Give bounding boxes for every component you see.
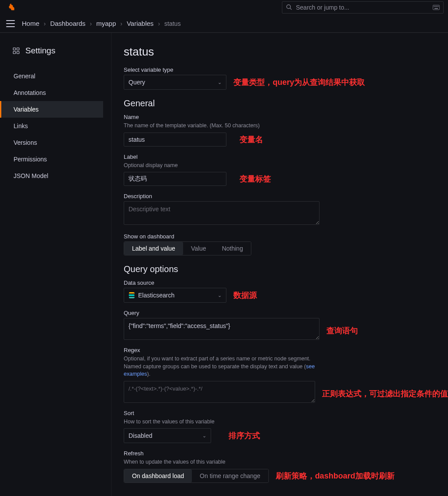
label-variable-type: Select variable type [124, 66, 448, 73]
chevron-right-icon: › [120, 20, 122, 27]
annotation: 变量名 [240, 134, 263, 145]
svg-point-0 [287, 5, 291, 9]
page-title: status [124, 45, 448, 59]
crumb-app[interactable]: myapp [96, 20, 116, 27]
refresh-opt-timerange[interactable]: On time range change [192, 469, 268, 482]
annotation: 查询语句 [326, 325, 358, 336]
svg-rect-2 [433, 5, 439, 9]
sidebar-title: Settings [25, 46, 56, 56]
hint-name: The name of the template variable. (Max.… [124, 122, 448, 130]
annotation: 变量标签 [240, 174, 271, 184]
label-refresh: Refresh [124, 450, 448, 457]
sidebar-item-permissions[interactable]: Permissions [0, 151, 103, 168]
data-source-value: Elasticsearch [138, 292, 174, 299]
keyboard-icon [433, 5, 440, 10]
chevron-down-icon: ⌄ [202, 433, 206, 439]
sort-select[interactable]: Disabled ⌄ [124, 428, 211, 443]
breadcrumb: Home › Dashboards › myapp › Variables › … [22, 20, 181, 27]
menu-toggle[interactable] [5, 18, 16, 29]
svg-rect-4 [435, 6, 436, 7]
sidebar-item-json-model[interactable]: JSON Model [0, 168, 103, 184]
chevron-down-icon: ⌄ [218, 80, 222, 85]
search-icon [286, 4, 292, 10]
label-label: Label [124, 154, 448, 160]
chevron-right-icon: › [90, 20, 92, 27]
label-data-source: Data source [124, 279, 448, 286]
svg-rect-10 [17, 48, 19, 50]
svg-rect-8 [434, 8, 438, 9]
chevron-right-icon: › [158, 20, 160, 27]
data-source-select[interactable]: Elasticsearch ⌄ [124, 288, 226, 303]
sidebar-item-general[interactable]: General [0, 68, 103, 84]
hint-regex: Optional, if you want to extract part of… [124, 355, 320, 378]
search-bar[interactable] [282, 1, 444, 14]
show-opt-value[interactable]: Value [183, 242, 214, 255]
svg-line-1 [290, 8, 292, 10]
show-opt-label-and-value[interactable]: Label and value [124, 242, 183, 255]
svg-rect-12 [17, 52, 19, 54]
annotation: 数据源 [233, 290, 257, 300]
label-input[interactable] [124, 172, 226, 186]
label-regex: Regex [124, 347, 448, 353]
chevron-right-icon: › [44, 20, 46, 27]
crumb-home[interactable]: Home [22, 20, 39, 27]
crumb-variables[interactable]: Variables [127, 20, 153, 27]
annotation: 刷新策略，dashboard加载时刷新 [276, 471, 395, 481]
refresh-seg: On dashboard load On time range change [124, 469, 269, 483]
crumb-current: status [164, 20, 181, 27]
label-show-on-dashboard: Show on dashboard [124, 233, 448, 240]
svg-rect-9 [13, 48, 15, 50]
crumb-dashboards[interactable]: Dashboards [50, 20, 86, 27]
variable-type-select[interactable]: Query ⌄ [124, 75, 226, 90]
refresh-opt-onload[interactable]: On dashboard load [124, 469, 192, 482]
svg-rect-11 [13, 52, 15, 54]
dashboard-grid-icon [12, 47, 20, 55]
section-general: General [124, 98, 448, 108]
annotation: 排序方式 [229, 430, 260, 441]
label-name: Name [124, 114, 448, 120]
variable-type-value: Query [128, 79, 145, 86]
chevron-down-icon: ⌄ [218, 293, 222, 298]
label-description: Description [124, 193, 448, 199]
query-textarea[interactable] [124, 318, 320, 340]
search-input[interactable] [296, 4, 429, 11]
svg-rect-7 [438, 6, 439, 7]
sidebar-item-links[interactable]: Links [0, 118, 103, 134]
show-on-dashboard-seg: Label and value Value Nothing [124, 241, 251, 255]
grafana-logo[interactable] [4, 1, 17, 14]
label-query: Query [124, 310, 448, 316]
name-input[interactable] [124, 133, 226, 147]
hint-sort: How to sort the values of this variable [124, 418, 448, 426]
sort-value: Disabled [128, 432, 152, 439]
hint-refresh: When to update the values of this variab… [124, 458, 448, 466]
svg-rect-3 [434, 6, 434, 7]
annotation: 变量类型，query为从查询结果中获取 [233, 77, 365, 87]
description-textarea[interactable] [124, 201, 320, 225]
label-sort: Sort [124, 410, 448, 416]
svg-rect-6 [437, 6, 438, 7]
elasticsearch-icon [128, 292, 135, 299]
sidebar-item-versions[interactable]: Versions [0, 134, 103, 151]
svg-rect-5 [436, 6, 437, 7]
section-query-options: Query options [124, 264, 448, 274]
hint-label: Optional display name [124, 162, 448, 170]
sidebar-item-variables[interactable]: Variables [0, 101, 103, 118]
show-opt-nothing[interactable]: Nothing [214, 242, 251, 255]
sidebar-item-annotations[interactable]: Annotations [0, 84, 103, 101]
regex-textarea[interactable] [124, 381, 315, 403]
annotation: 正则表达式，可过滤出指定条件的值 [322, 388, 448, 399]
